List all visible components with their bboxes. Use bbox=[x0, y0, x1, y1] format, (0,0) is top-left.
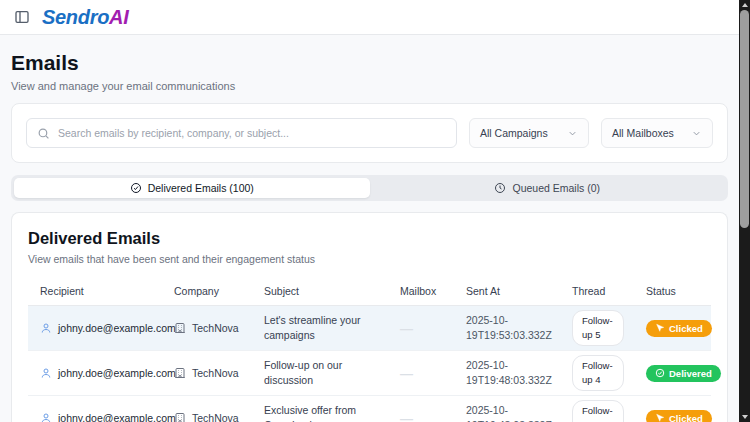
company-name: TechNova bbox=[192, 322, 239, 334]
table-header-row: Recipient Company Subject Mailbox Sent A… bbox=[28, 279, 711, 306]
campaign-filter-select[interactable]: All Campaigns bbox=[469, 118, 589, 148]
person-icon bbox=[40, 322, 52, 334]
app-logo[interactable]: SendroAI bbox=[42, 6, 129, 29]
column-header-sent-at: Sent At bbox=[466, 285, 572, 297]
status-label: Delivered bbox=[669, 368, 712, 379]
column-header-mailbox: Mailbox bbox=[400, 285, 466, 297]
tab-label: Delivered Emails (100) bbox=[148, 182, 254, 194]
email-subject: Follow-up on our discussion bbox=[264, 358, 400, 388]
arrow-down-icon bbox=[742, 415, 748, 419]
section-subtitle: View emails that have been sent and thei… bbox=[28, 253, 711, 265]
search-box bbox=[26, 118, 457, 148]
company-name: TechNova bbox=[192, 412, 239, 422]
emails-table: Recipient Company Subject Mailbox Sent A… bbox=[28, 279, 711, 422]
scroll-up-button[interactable] bbox=[739, 0, 750, 10]
search-icon bbox=[37, 127, 50, 140]
chevron-down-icon bbox=[567, 128, 578, 139]
thread-badge: Follow-up 5 bbox=[572, 310, 624, 346]
thread-badge: Follow-up 4 bbox=[572, 355, 624, 391]
mailbox-value: — bbox=[400, 411, 466, 422]
recipient-email: johny.doe@example.com bbox=[58, 367, 176, 379]
page-subtitle: View and manage your email communication… bbox=[11, 80, 728, 92]
chevron-down-icon bbox=[691, 128, 702, 139]
table-row[interactable]: johny.doe@example.com TechNova Let's str… bbox=[28, 306, 711, 351]
mailbox-value: — bbox=[400, 366, 466, 381]
company-name: TechNova bbox=[192, 367, 239, 379]
mouse-pointer-icon bbox=[655, 413, 665, 422]
campaign-filter-value: All Campaigns bbox=[480, 127, 548, 139]
tab-label: Queued Emails (0) bbox=[512, 182, 600, 194]
mailbox-filter-value: All Mailboxes bbox=[612, 127, 674, 139]
vertical-scrollbar[interactable] bbox=[739, 0, 750, 422]
column-header-subject: Subject bbox=[264, 285, 400, 297]
tab-delivered-emails[interactable]: Delivered Emails (100) bbox=[14, 178, 370, 198]
mailbox-filter-select[interactable]: All Mailboxes bbox=[601, 118, 713, 148]
status-label: Clicked bbox=[669, 323, 703, 334]
sent-at-timestamp: 2025-10-19T19:53:03.332Z bbox=[466, 313, 572, 343]
sent-at-timestamp: 2025-10-19T19:43:03.332Z bbox=[466, 403, 572, 422]
arrow-up-icon bbox=[742, 3, 748, 7]
status-label: Clicked bbox=[669, 413, 703, 422]
email-subject: Exclusive offer from CurveLogics bbox=[264, 403, 400, 422]
email-tabs: Delivered Emails (100) Queued Emails (0) bbox=[11, 175, 728, 201]
table-body: johny.doe@example.com TechNova Let's str… bbox=[28, 306, 711, 422]
tab-queued-emails[interactable]: Queued Emails (0) bbox=[370, 178, 726, 198]
sidebar-toggle-icon[interactable] bbox=[14, 9, 30, 25]
email-subject: Let's streamline your campaigns bbox=[264, 313, 400, 343]
top-bar: SendroAI bbox=[0, 0, 750, 35]
check-circle-icon bbox=[655, 368, 665, 378]
table-row[interactable]: johny.doe@example.com TechNova Exclusive… bbox=[28, 396, 711, 422]
scrollbar-thumb[interactable] bbox=[740, 10, 749, 228]
main-content: Emails View and manage your email commun… bbox=[0, 35, 739, 422]
building-icon bbox=[174, 367, 186, 379]
filters-card: All Campaigns All Mailboxes bbox=[11, 103, 728, 163]
thread-badge: Follow-up 3 bbox=[572, 400, 624, 422]
column-header-status: Status bbox=[646, 285, 711, 297]
recipient-email: johny.doe@example.com bbox=[58, 412, 176, 422]
scrollbar-track[interactable] bbox=[739, 10, 750, 412]
status-badge: Clicked bbox=[646, 320, 712, 337]
page-header: Emails View and manage your email commun… bbox=[11, 35, 728, 92]
table-row[interactable]: johny.doe@example.com TechNova Follow-up… bbox=[28, 351, 711, 396]
search-input[interactable] bbox=[58, 127, 446, 139]
delivered-emails-card: Delivered Emails View emails that have b… bbox=[11, 212, 728, 422]
status-badge: Delivered bbox=[646, 365, 721, 382]
sent-at-timestamp: 2025-10-19T19:48:03.332Z bbox=[466, 358, 572, 388]
person-icon bbox=[40, 367, 52, 379]
mailbox-value: — bbox=[400, 321, 466, 336]
building-icon bbox=[174, 412, 186, 422]
status-badge: Clicked bbox=[646, 410, 712, 422]
recipient-email: johny.doe@example.com bbox=[58, 322, 176, 334]
check-circle-icon bbox=[130, 182, 142, 194]
person-icon bbox=[40, 412, 52, 422]
column-header-thread: Thread bbox=[572, 285, 646, 297]
section-title: Delivered Emails bbox=[28, 229, 711, 248]
brand-secondary: AI bbox=[109, 6, 128, 28]
mouse-pointer-icon bbox=[655, 323, 665, 333]
column-header-recipient: Recipient bbox=[28, 285, 174, 297]
brand-primary: Sendro bbox=[42, 6, 109, 28]
column-header-company: Company bbox=[174, 285, 264, 297]
clock-icon bbox=[494, 182, 506, 194]
page-title: Emails bbox=[11, 51, 728, 75]
scroll-down-button[interactable] bbox=[739, 412, 750, 422]
building-icon bbox=[174, 322, 186, 334]
